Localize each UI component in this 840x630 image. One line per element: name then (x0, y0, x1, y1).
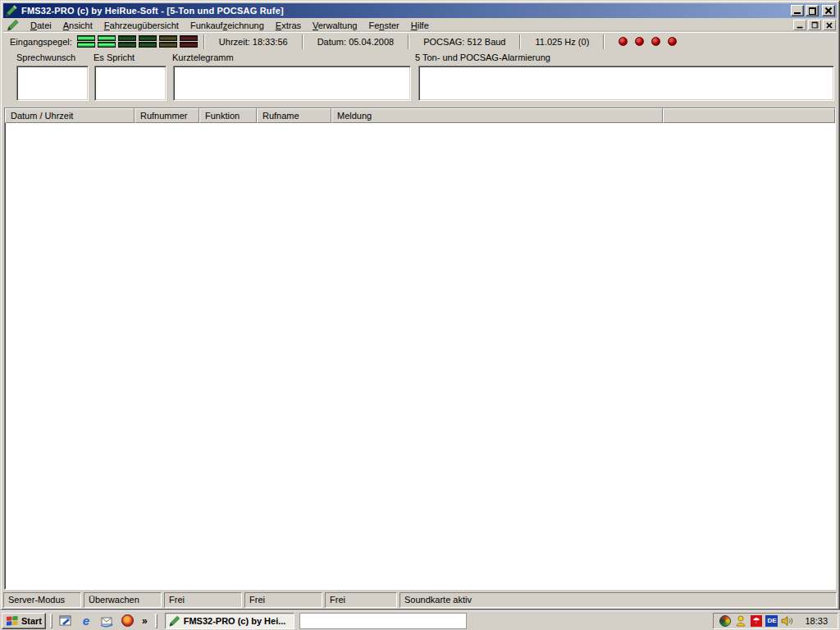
call-log-table: Datum / Uhrzeit Rufnummer Funktion Rufna… (4, 107, 836, 590)
alarmierung-label: 5 Ton- und POCSAG-Alarmierung (415, 52, 550, 62)
status-frei-1: Frei (164, 592, 242, 608)
display-panel-zone: Sprechwunsch Es Spricht Kurztelegramm 5 … (3, 50, 837, 107)
minimize-icon (794, 7, 801, 14)
restore-icon (809, 7, 816, 15)
mdi-restore-button[interactable] (808, 20, 821, 30)
input-level-meter (77, 35, 198, 48)
status-soundkarte: Soundkarte aktiv (399, 592, 837, 608)
level-segment-4 (139, 35, 157, 48)
quick-launch-bar: e » (57, 614, 151, 628)
menu-item-fahrzeugsuebersicht[interactable]: Fahrzeugübersicht (98, 19, 185, 32)
status-frei-2: Frei (244, 592, 322, 608)
channel-led-3 (651, 37, 660, 46)
mdi-close-button[interactable] (823, 20, 836, 30)
column-header-datum-uhrzeit[interactable]: Datum / Uhrzeit (5, 108, 135, 123)
sprechwunsch-listbox[interactable] (16, 66, 89, 101)
title-bar: FMS32-PRO (c) by HeiRue-Soft - [5-Ton un… (3, 3, 837, 18)
mdi-minimize-icon (797, 22, 803, 28)
menu-item-funkaufzeichnung[interactable]: Funkaufzeichnung (185, 19, 270, 32)
column-header-rufnummer[interactable]: Rufnummer (135, 108, 199, 123)
mdi-restore-icon (811, 22, 818, 29)
window-title: FMS32-PRO (c) by HeiRue-Soft - [5-Ton un… (21, 6, 284, 16)
es-spricht-listbox[interactable] (94, 66, 167, 101)
taskbar-grip[interactable] (50, 614, 52, 628)
application-window: FMS32-PRO (c) by HeiRue-Soft - [5-Ton un… (0, 0, 840, 610)
status-frei-3: Frei (325, 592, 397, 608)
sprechwunsch-label: Sprechwunsch (16, 52, 75, 62)
channel-led-1 (619, 37, 628, 46)
menu-item-datei[interactable]: Datei (25, 19, 57, 32)
status-ueberwachen: Überwachen (84, 592, 162, 608)
time-panel: Uhrzeit: 18:33:56 (211, 37, 296, 47)
minimize-button[interactable] (791, 5, 804, 16)
level-segment-6 (180, 35, 198, 48)
taskbar: Start e » FMS32-PR (0, 610, 840, 630)
kurztelegramm-label: Kurztelegramm (172, 52, 234, 62)
task-button-fms32[interactable]: FMS32-PRO (c) by Hei... (165, 613, 294, 629)
level-segment-1 (77, 35, 95, 48)
alarmierung-listbox[interactable] (418, 66, 834, 101)
windows-logo-icon (6, 615, 19, 627)
internet-explorer-icon[interactable]: e (79, 614, 94, 628)
close-icon (825, 7, 832, 14)
toolbar-separator (302, 34, 304, 49)
tray-guard-icon[interactable] (734, 614, 746, 627)
toolbar-separator (203, 34, 205, 49)
tray-antivir-icon[interactable]: ☂ (750, 614, 762, 627)
table-header-row: Datum / Uhrzeit Rufnummer Funktion Rufna… (5, 108, 835, 123)
pocsag-baud-panel: POCSAG: 512 Baud (415, 37, 514, 47)
column-header-rufname[interactable]: Rufname (257, 108, 331, 123)
outlook-express-icon[interactable] (99, 614, 114, 628)
task-pen-icon (169, 615, 180, 627)
frequency-panel: 11.025 Hz (0) (527, 37, 597, 47)
tray-swirl-icon[interactable] (719, 614, 731, 627)
status-server-modus: Server-Modus (3, 592, 81, 608)
channel-led-4 (668, 37, 677, 46)
toolbar-separator (603, 34, 605, 49)
tray-volume-icon[interactable] (781, 614, 793, 627)
menu-item-verwaltung[interactable]: Verwaltung (307, 19, 363, 32)
es-spricht-label: Es Spricht (94, 52, 135, 62)
mdi-close-icon (827, 22, 833, 28)
mdi-child-pen-icon (7, 19, 20, 31)
signal-toolbar: Eingangspegel: Uhrzeit: 18:33:56 Datum: … (3, 32, 837, 50)
level-segment-5 (159, 35, 177, 48)
show-desktop-icon[interactable] (58, 614, 73, 628)
quick-launch-overflow-chevron[interactable]: » (140, 615, 149, 627)
taskbar-grip-2[interactable] (155, 614, 158, 628)
taskbar-deskband[interactable] (299, 613, 467, 629)
status-bar: Server-Modus Überwachen Frei Frei Frei S… (3, 591, 837, 609)
date-panel: Datum: 05.04.2008 (309, 37, 403, 47)
toolbar-separator (408, 34, 409, 49)
level-segment-3 (118, 35, 136, 48)
system-tray: ☂ DE 18:33 (713, 613, 838, 629)
mdi-minimize-button[interactable] (793, 20, 806, 30)
close-button[interactable] (822, 5, 835, 16)
column-header-meldung[interactable]: Meldung (331, 108, 663, 123)
tray-clock: 18:33 (797, 616, 833, 626)
kurztelegramm-listbox[interactable] (173, 66, 411, 101)
menu-bar: Datei Ansicht Fahrzeugübersicht Funkaufz… (3, 18, 837, 32)
start-label: Start (21, 616, 42, 626)
column-header-funktion[interactable]: Funktion (199, 108, 257, 123)
menu-item-ansicht[interactable]: Ansicht (57, 19, 98, 32)
media-player-icon[interactable] (120, 614, 135, 628)
column-header-empty[interactable] (663, 108, 835, 123)
menu-item-hilfe[interactable]: Hilfe (405, 19, 435, 32)
channel-led-2 (635, 37, 644, 46)
call-log-list-area[interactable] (6, 124, 834, 588)
task-button-label: FMS32-PRO (c) by Hei... (184, 616, 286, 626)
level-segment-2 (98, 35, 116, 48)
toolbar-separator (519, 34, 521, 49)
app-pen-icon (5, 4, 18, 17)
channel-led-row (610, 37, 677, 46)
start-button[interactable]: Start (2, 613, 46, 629)
menu-item-fenster[interactable]: Fenster (363, 19, 404, 32)
tray-language-indicator[interactable]: DE (765, 614, 778, 627)
restore-button[interactable] (806, 5, 819, 16)
input-level-label: Eingangspegel: (10, 37, 72, 47)
menu-item-extras[interactable]: Extras (270, 19, 307, 32)
